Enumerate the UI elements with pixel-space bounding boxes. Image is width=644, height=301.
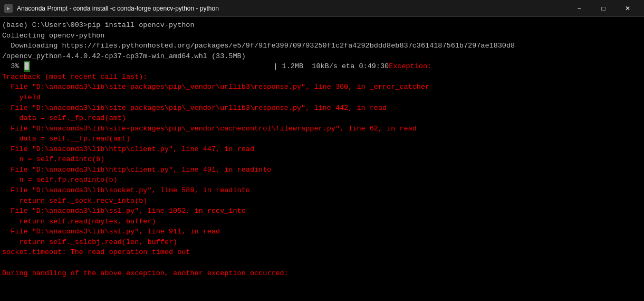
progress-line: 3% █ | 1.2MB 10kB/s eta 0:49:30Exception… [2, 61, 642, 72]
terminal-line: File "D:\anaconda3\lib\http\client.py", … [2, 144, 642, 155]
minimize-button[interactable]: − [567, 0, 591, 17]
terminal-line: return self.read(nbytes, buffer) [2, 217, 642, 227]
terminal-line: return self._sslobj.read(len, buffer) [2, 237, 642, 248]
terminal-output: (base) C:\Users\003>pip install opencv-p… [0, 17, 644, 301]
terminal-line: /opencv_python-4.4.0.42-cp37-cp37m-win_a… [2, 51, 642, 62]
terminal-line: yield [2, 92, 642, 103]
window: ▶ Anaconda Prompt - conda install -c con… [0, 0, 644, 301]
close-button[interactable]: ✕ [616, 0, 640, 17]
terminal-line: File "D:\anaconda3\lib\site-packages\pip… [2, 82, 642, 92]
terminal-line: data = self._fp.read(amt) [2, 113, 642, 124]
terminal-line: File "D:\anaconda3\lib\site-packages\pip… [2, 124, 642, 134]
terminal-line: File "D:\anaconda3\lib\ssl.py", line 105… [2, 206, 642, 217]
terminal-line: data = self.__fp.read(amt) [2, 134, 642, 144]
terminal-line: File "D:\anaconda3\lib\site-packages\pip… [2, 103, 642, 114]
window-controls: − □ ✕ [567, 0, 640, 17]
terminal-line: Traceback (most recent call last): [2, 72, 642, 82]
title-bar: ▶ Anaconda Prompt - conda install -c con… [0, 0, 644, 17]
terminal-line: File "D:\anaconda3\lib\http\client.py", … [2, 165, 642, 175]
terminal-line: File "D:\anaconda3\lib\ssl.py", line 911… [2, 227, 642, 237]
socket-timeout-line: socket.timeout: The read operation timed… [2, 247, 642, 258]
terminal-line: Collecting opencv-python [2, 31, 642, 41]
during-handling-line: During handling of the above exception, … [2, 268, 642, 279]
terminal-line: return self._sock.recv_into(b) [2, 196, 642, 206]
blank-line [2, 258, 642, 268]
terminal-line: n = self.fp.readinto(b) [2, 175, 642, 185]
terminal-line: File "D:\anaconda3\lib\socket.py", line … [2, 185, 642, 196]
maximize-button[interactable]: □ [591, 0, 616, 17]
terminal-line: Downloading https://files.pythonhosted.o… [2, 41, 642, 51]
terminal-line: n = self.readinto(b) [2, 154, 642, 165]
terminal-line: (base) C:\Users\003>pip install opencv-p… [2, 20, 642, 31]
window-title: Anaconda Prompt - conda install -c conda… [17, 5, 567, 12]
progress-bar: █ [24, 61, 30, 72]
app-icon: ▶ [4, 4, 13, 13]
